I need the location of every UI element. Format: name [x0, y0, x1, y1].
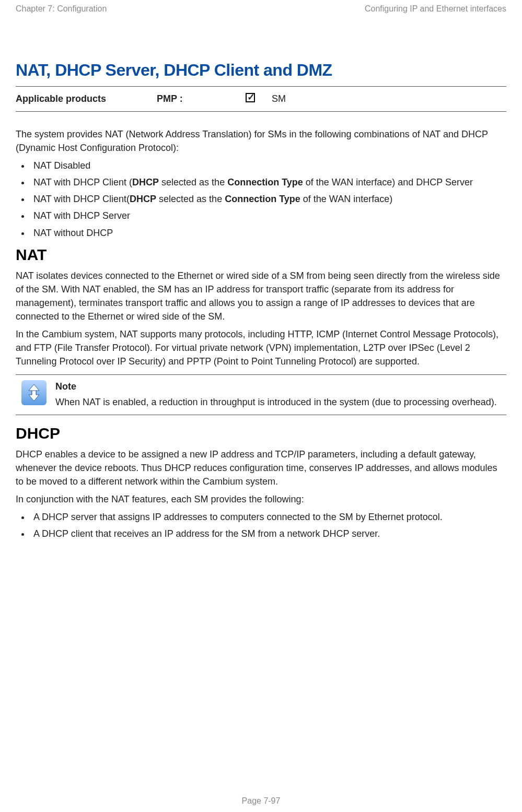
list-item: NAT with DHCP Server — [30, 209, 506, 222]
note-icon-cell — [16, 375, 52, 415]
checked-box-icon — [246, 93, 255, 102]
nat-paragraph-2: In the Cambium system, NAT supports many… — [16, 327, 506, 368]
sm-label: SM — [272, 87, 506, 112]
dhcp-paragraph-1: DHCP enables a device to be assigned a n… — [16, 448, 506, 488]
list-item: A DHCP client that receives an IP addres… — [30, 527, 506, 540]
list-item: NAT with DHCP Client(DHCP selected as th… — [30, 192, 506, 206]
applicable-products-label: Applicable products — [16, 87, 157, 112]
dhcp-heading: DHCP — [16, 425, 506, 442]
nat-paragraph-1: NAT isolates devices connected to the Et… — [16, 269, 506, 323]
note-body: When NAT is enabled, a reduction in thro… — [55, 397, 497, 407]
list-item: A DHCP server that assigns IP addresses … — [30, 510, 506, 524]
nat-heading: NAT — [16, 246, 506, 264]
note-heading: Note — [55, 380, 503, 393]
note-content: Note When NAT is enabled, a reduction in… — [52, 375, 506, 415]
page-footer: Page 7-97 — [0, 796, 522, 806]
page-title: NAT, DHCP Server, DHCP Client and DMZ — [16, 61, 506, 80]
sm-checkbox-cell — [246, 87, 272, 112]
list-item: NAT Disabled — [30, 159, 506, 172]
header-left: Chapter 7: Configuration — [16, 4, 107, 14]
dhcp-paragraph-2: In conjunction with the NAT features, ea… — [16, 492, 506, 506]
info-arrow-icon — [21, 380, 47, 405]
page-header: Chapter 7: Configuration Configuring IP … — [16, 0, 506, 14]
list-item: NAT with DHCP Client (DHCP selected as t… — [30, 175, 506, 189]
header-right: Configuring IP and Ethernet interfaces — [365, 4, 506, 14]
dhcp-features-list: A DHCP server that assigns IP addresses … — [16, 510, 506, 540]
table-row: Applicable products PMP : SM — [16, 87, 506, 112]
pmp-label: PMP : — [157, 87, 246, 112]
list-item: NAT without DHCP — [30, 226, 506, 240]
applicable-products-table: Applicable products PMP : SM — [16, 86, 506, 112]
note-box: Note When NAT is enabled, a reduction in… — [16, 374, 506, 415]
nat-combinations-list: NAT Disabled NAT with DHCP Client (DHCP … — [16, 159, 506, 239]
intro-paragraph: The system provides NAT (Network Address… — [16, 127, 506, 155]
table-row: Note When NAT is enabled, a reduction in… — [16, 375, 506, 415]
